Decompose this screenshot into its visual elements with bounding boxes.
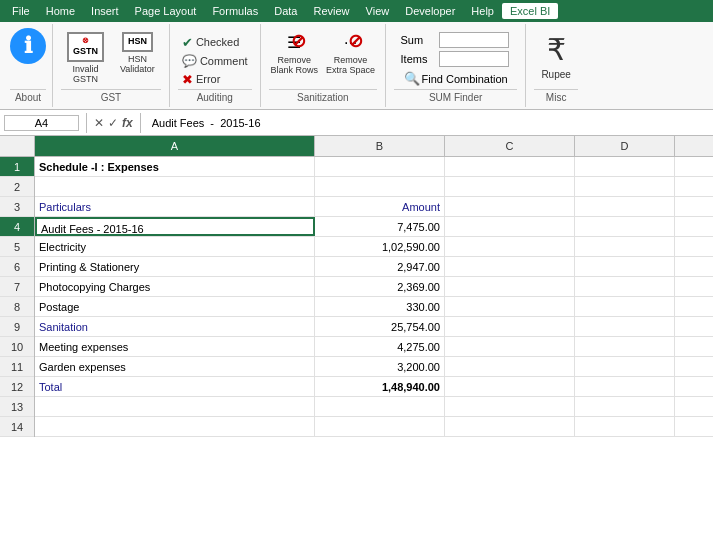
- cell-c4[interactable]: [445, 217, 575, 236]
- menu-data[interactable]: Data: [266, 3, 305, 19]
- cell-d10[interactable]: [575, 337, 675, 356]
- cell-a12[interactable]: Total: [35, 377, 315, 396]
- cell-c1[interactable]: [445, 157, 575, 176]
- cell-b3[interactable]: Amount: [315, 197, 445, 216]
- cell-b8[interactable]: 330.00: [315, 297, 445, 316]
- row-num-8[interactable]: 8: [0, 297, 34, 317]
- cell-b13[interactable]: [315, 397, 445, 416]
- cell-b9[interactable]: 25,754.00: [315, 317, 445, 336]
- cell-d8[interactable]: [575, 297, 675, 316]
- comment-button[interactable]: 💬 Comment: [178, 53, 252, 69]
- cell-a3[interactable]: Particulars: [35, 197, 315, 216]
- cell-a2[interactable]: [35, 177, 315, 196]
- sum-input[interactable]: [439, 32, 509, 48]
- cell-b14[interactable]: [315, 417, 445, 436]
- cell-a1[interactable]: Schedule -I : Expenses: [35, 157, 315, 176]
- cell-d5[interactable]: [575, 237, 675, 256]
- cell-d3[interactable]: [575, 197, 675, 216]
- cell-b10[interactable]: 4,275.00: [315, 337, 445, 356]
- items-input[interactable]: [439, 51, 509, 67]
- rupee-button[interactable]: ₹ Rupee: [535, 28, 576, 84]
- row-num-14[interactable]: 14: [0, 417, 34, 437]
- cell-d6[interactable]: [575, 257, 675, 276]
- row-num-9[interactable]: 9: [0, 317, 34, 337]
- cell-c2[interactable]: [445, 177, 575, 196]
- cell-reference[interactable]: [4, 115, 79, 131]
- cell-b4[interactable]: 7,475.00: [315, 217, 445, 236]
- cell-b7[interactable]: 2,369.00: [315, 277, 445, 296]
- cell-d13[interactable]: [575, 397, 675, 416]
- menu-developer[interactable]: Developer: [397, 3, 463, 19]
- col-header-a[interactable]: A: [35, 136, 315, 156]
- row-num-7[interactable]: 7: [0, 277, 34, 297]
- cell-c11[interactable]: [445, 357, 575, 376]
- cell-c3[interactable]: [445, 197, 575, 216]
- cell-d7[interactable]: [575, 277, 675, 296]
- cell-d2[interactable]: [575, 177, 675, 196]
- cell-b12[interactable]: 1,48,940.00: [315, 377, 445, 396]
- hsn-validator-button[interactable]: HSN HSNValidator: [114, 28, 161, 78]
- cell-a14[interactable]: [35, 417, 315, 436]
- remove-extra-space-button[interactable]: ··· ⊘ RemoveExtra Space: [324, 28, 377, 77]
- cell-c12[interactable]: [445, 377, 575, 396]
- row-num-5[interactable]: 5: [0, 237, 34, 257]
- cell-c7[interactable]: [445, 277, 575, 296]
- cell-b6[interactable]: 2,947.00: [315, 257, 445, 276]
- cell-b2[interactable]: [315, 177, 445, 196]
- cell-c5[interactable]: [445, 237, 575, 256]
- row-num-13[interactable]: 13: [0, 397, 34, 417]
- cell-c8[interactable]: [445, 297, 575, 316]
- cell-a10[interactable]: Meeting expenses: [35, 337, 315, 356]
- row-num-4[interactable]: 4: [0, 217, 34, 237]
- invalid-gstn-button[interactable]: ⊗ GSTN InvalidGSTN: [61, 28, 110, 88]
- cell-d12[interactable]: [575, 377, 675, 396]
- col-header-c[interactable]: C: [445, 136, 575, 156]
- row-num-2[interactable]: 2: [0, 177, 34, 197]
- row-num-1[interactable]: 1: [0, 157, 34, 177]
- cell-b1[interactable]: [315, 157, 445, 176]
- menu-review[interactable]: Review: [305, 3, 357, 19]
- cell-a5[interactable]: Electricity: [35, 237, 315, 256]
- row-num-10[interactable]: 10: [0, 337, 34, 357]
- cell-d4[interactable]: [575, 217, 675, 236]
- row-num-11[interactable]: 11: [0, 357, 34, 377]
- cancel-formula-icon[interactable]: ✕: [94, 116, 104, 130]
- col-header-d[interactable]: D: [575, 136, 675, 156]
- cell-d9[interactable]: [575, 317, 675, 336]
- row-num-6[interactable]: 6: [0, 257, 34, 277]
- menu-excelbi[interactable]: Excel BI: [502, 3, 558, 19]
- row-num-3[interactable]: 3: [0, 197, 34, 217]
- col-header-b[interactable]: B: [315, 136, 445, 156]
- remove-blank-rows-button[interactable]: ☰ ⊘ RemoveBlank Rows: [269, 28, 321, 77]
- cell-a9[interactable]: Sanitation: [35, 317, 315, 336]
- cell-c6[interactable]: [445, 257, 575, 276]
- menu-help[interactable]: Help: [463, 3, 502, 19]
- cell-c10[interactable]: [445, 337, 575, 356]
- formula-input[interactable]: [148, 116, 709, 130]
- cell-a11[interactable]: Garden expenses: [35, 357, 315, 376]
- cell-b11[interactable]: 3,200.00: [315, 357, 445, 376]
- error-button[interactable]: ✖ Error: [178, 71, 252, 88]
- menu-home[interactable]: Home: [38, 3, 83, 19]
- menu-pagelayout[interactable]: Page Layout: [127, 3, 205, 19]
- confirm-formula-icon[interactable]: ✓: [108, 116, 118, 130]
- cell-d1[interactable]: [575, 157, 675, 176]
- function-icon[interactable]: fx: [122, 116, 133, 130]
- checked-button[interactable]: ✔ Checked: [178, 34, 252, 51]
- cell-d11[interactable]: [575, 357, 675, 376]
- menu-insert[interactable]: Insert: [83, 3, 127, 19]
- about-button[interactable]: ℹ: [10, 28, 46, 64]
- menu-file[interactable]: File: [4, 3, 38, 19]
- cell-a7[interactable]: Photocopying Charges: [35, 277, 315, 296]
- find-combination-button[interactable]: 🔍 Find Combination: [401, 70, 511, 87]
- cell-a8[interactable]: Postage: [35, 297, 315, 316]
- cell-b5[interactable]: 1,02,590.00: [315, 237, 445, 256]
- cell-a6[interactable]: Printing & Stationery: [35, 257, 315, 276]
- cell-a4[interactable]: Audit Fees - 2015-16: [35, 217, 315, 236]
- cell-c13[interactable]: [445, 397, 575, 416]
- menu-view[interactable]: View: [358, 3, 398, 19]
- menu-formulas[interactable]: Formulas: [204, 3, 266, 19]
- cell-c9[interactable]: [445, 317, 575, 336]
- cell-c14[interactable]: [445, 417, 575, 436]
- cell-d14[interactable]: [575, 417, 675, 436]
